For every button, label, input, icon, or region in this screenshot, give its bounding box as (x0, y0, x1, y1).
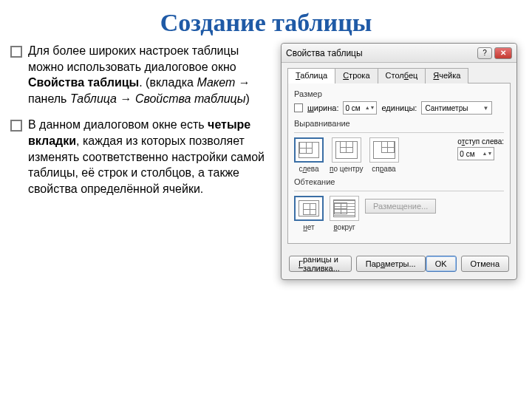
tab-column[interactable]: Столбец (378, 68, 426, 83)
bullet-list: Для более широких настроек таблицы можно… (10, 43, 276, 280)
tab-label: трока (349, 71, 369, 80)
indent-spinner[interactable]: 0 см ▲▼ (457, 147, 494, 160)
tab-panel-table: Размер ширина: 0 см ▲▼ единицы: Сантимет… (287, 83, 511, 244)
spinner-arrows-icon: ▲▼ (482, 151, 493, 156)
width-value: 0 см (345, 104, 360, 112)
text-run-italic: Свойства таблицы (135, 92, 246, 105)
dialog-titlebar: Свойства таблицы ? ✕ (282, 44, 516, 63)
table-properties-dialog: Свойства таблицы ? ✕ Таблица Строка Стол… (281, 43, 517, 280)
width-checkbox[interactable] (294, 103, 303, 112)
tab-row[interactable]: Строка (335, 68, 378, 83)
tab-label: Стол (386, 71, 404, 80)
cancel-button[interactable]: Отмена (461, 256, 509, 272)
options-button[interactable]: Параметры... (356, 256, 426, 272)
text-run-italic: Таблица (70, 92, 117, 105)
align-center-icon (332, 137, 361, 163)
wrap-around-icon (330, 196, 359, 221)
units-combo[interactable]: Сантиметры ▼ (421, 101, 492, 115)
align-right-option[interactable]: справа (369, 137, 399, 173)
indent-value: 0 см (460, 150, 474, 158)
wrap-none-option[interactable]: нет (294, 196, 324, 231)
width-label: ширина: (307, 103, 338, 112)
width-spinner[interactable]: 0 см ▲▼ (343, 101, 377, 115)
text-run-bold: Свойства таблицы (28, 76, 139, 89)
spinner-arrows-icon: ▲▼ (365, 106, 375, 110)
borders-shading-button[interactable]: Границы и заливка... (289, 256, 352, 272)
text-run: . (вкладка (139, 76, 197, 89)
indent-group: отступ слева: 0 см ▲▼ (457, 137, 504, 160)
align-left-label: слева (299, 165, 318, 173)
align-center-label: по центру (330, 165, 364, 173)
group-size-label: Размер (294, 89, 504, 98)
bullet-2: В данном диалоговом окне есть четыре вкл… (10, 117, 276, 197)
wrap-none-label: нет (303, 223, 314, 231)
units-value: Сантиметры (425, 104, 468, 112)
tab-label: аблица (300, 71, 327, 80)
tab-table[interactable]: Таблица (287, 68, 335, 83)
indent-label: отступ слева: (457, 137, 504, 146)
text-run-italic: Макет (197, 76, 235, 89)
units-label: единицы: (381, 103, 417, 112)
align-left-icon (294, 137, 324, 163)
wrap-none-icon (294, 196, 324, 221)
dialog-title: Свойства таблицы (286, 48, 475, 58)
align-left-option[interactable]: слева (294, 137, 324, 173)
wrap-around-option[interactable]: вокруг (330, 196, 359, 231)
group-align-label: Выравнивание (294, 119, 504, 128)
text-run: В данном диалоговом окне есть (28, 118, 208, 131)
tab-label: ец (409, 71, 417, 80)
text-run: Для более широких настроек таблицы можно… (28, 44, 239, 73)
tab-label: чейка (439, 71, 460, 80)
align-center-option[interactable]: по центру (330, 137, 364, 173)
ok-button[interactable]: OK (426, 256, 457, 272)
position-button[interactable]: Размещение... (365, 199, 436, 214)
text-run: ) (245, 92, 249, 105)
help-button[interactable]: ? (477, 47, 492, 59)
tabstrip: Таблица Строка Столбец Ячейка (287, 67, 511, 83)
tab-cell[interactable]: Ячейка (425, 68, 468, 83)
align-right-icon (369, 137, 399, 163)
align-right-label: справа (372, 165, 395, 173)
close-button[interactable]: ✕ (494, 47, 512, 59)
dialog-footer: Границы и заливка... Параметры... OK Отм… (282, 250, 516, 279)
slide-title: Создание таблицы (0, 9, 532, 37)
text-run: → (117, 92, 135, 105)
group-wrap-label: Обтекание (294, 177, 504, 186)
chevron-down-icon: ▼ (482, 105, 488, 112)
wrap-around-label: вокруг (333, 223, 355, 231)
bullet-1: Для более широких настроек таблицы можно… (10, 43, 276, 106)
